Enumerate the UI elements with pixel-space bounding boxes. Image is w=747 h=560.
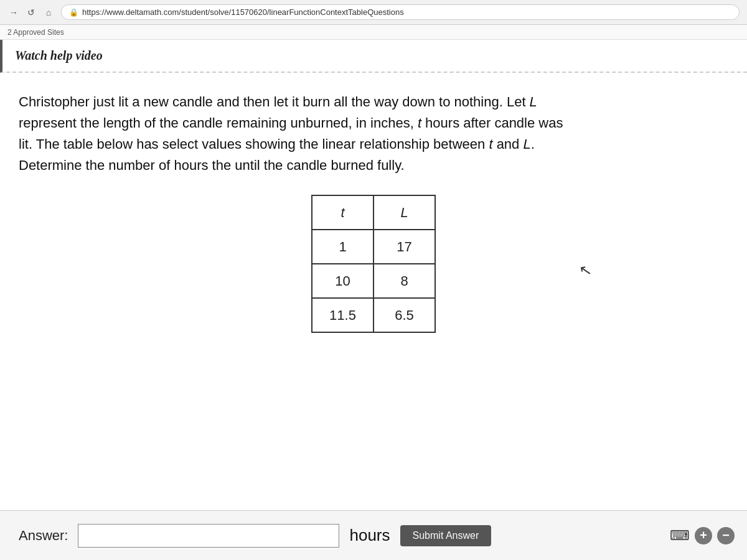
keyboard-icon[interactable]: ⌨ <box>670 528 690 544</box>
home-button[interactable]: ⌂ <box>42 6 55 19</box>
variable-L: L <box>530 94 537 110</box>
submit-answer-button[interactable]: Submit Answer <box>400 525 492 546</box>
url-bar[interactable]: 🔒 https://www.deltamath.com/student/solv… <box>61 4 740 20</box>
cell-L-3: 6.5 <box>374 298 435 332</box>
answer-right-icons: ⌨ + − <box>670 527 735 544</box>
hours-label: hours <box>349 526 390 545</box>
cell-t-1: 1 <box>312 230 374 264</box>
approved-sites-bar: 2 Approved Sites <box>0 25 747 40</box>
back-button[interactable]: → <box>7 6 20 19</box>
plus-button[interactable]: + <box>695 527 712 544</box>
cell-t-3: 11.5 <box>312 298 374 332</box>
table-header-row: t L <box>312 195 435 230</box>
answer-input[interactable] <box>78 524 339 548</box>
problem-text: Christopher just lit a new candle and th… <box>19 91 579 176</box>
table-row: 11.5 6.5 <box>312 298 435 332</box>
cell-L-1: 17 <box>374 230 435 264</box>
col-t-header: t <box>312 195 374 230</box>
url-text: https://www.deltamath.com/student/solve/… <box>82 7 404 17</box>
cell-t-2: 10 <box>312 264 374 298</box>
watch-help-section[interactable]: Watch help video <box>0 40 747 73</box>
table-row: 1 17 <box>312 230 435 264</box>
lock-icon: 🔒 <box>69 8 78 17</box>
variable-t: t <box>418 115 421 131</box>
col-L-header: L <box>374 195 435 230</box>
approved-sites-text: 2 Approved Sites <box>7 28 64 37</box>
data-table-container: t L 1 17 10 8 11.5 6.5 <box>19 195 728 333</box>
watch-help-label[interactable]: Watch help video <box>15 49 103 62</box>
minus-button[interactable]: − <box>717 527 735 544</box>
answer-section: Answer: hours Submit Answer ⌨ + − <box>0 510 747 560</box>
problem-area: Christopher just lit a new candle and th… <box>0 73 747 364</box>
answer-label: Answer: <box>19 528 68 544</box>
browser-nav: → ↺ ⌂ <box>7 6 55 19</box>
variable-t2: t <box>489 136 492 152</box>
data-table: t L 1 17 10 8 11.5 6.5 <box>311 195 436 333</box>
refresh-button[interactable]: ↺ <box>25 6 37 19</box>
table-row: 10 8 <box>312 264 435 298</box>
main-content: Watch help video Christopher just lit a … <box>0 40 747 364</box>
cell-L-2: 8 <box>374 264 435 298</box>
browser-bar: → ↺ ⌂ 🔒 https://www.deltamath.com/studen… <box>0 0 747 25</box>
variable-L2: L <box>523 136 530 152</box>
